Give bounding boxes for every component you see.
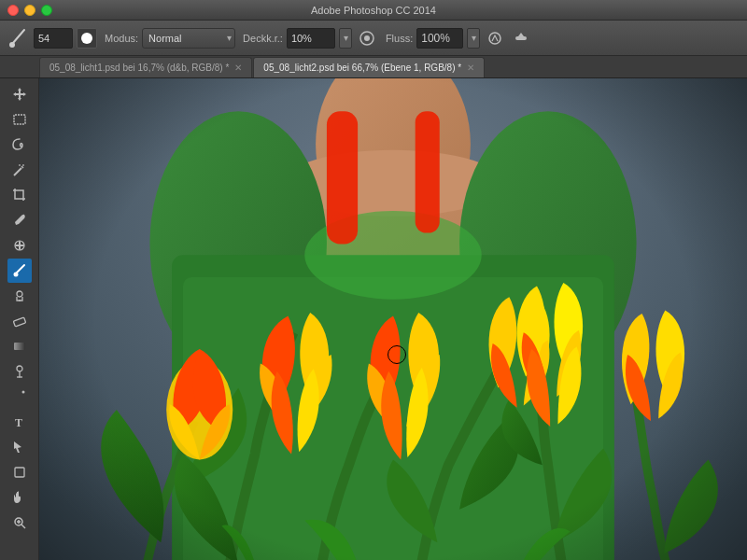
tool-lasso[interactable] (7, 133, 32, 157)
tool-marquee[interactable] (7, 107, 32, 132)
tool-path-select[interactable] (7, 435, 32, 459)
main-area: T (0, 78, 747, 560)
canvas[interactable] (39, 78, 747, 560)
svg-line-24 (21, 525, 25, 528)
svg-rect-7 (14, 115, 25, 124)
svg-point-19 (17, 366, 22, 371)
svg-line-8 (14, 168, 21, 175)
modus-select[interactable]: Normal Multiplizieren Bildschirm Überlag… (142, 28, 235, 49)
svg-point-1 (9, 42, 15, 48)
tab-licht1[interactable]: 05_08_licht1.psd bei 16,7% (d&b, RGB/8) … (39, 57, 252, 77)
tab-licht2[interactable]: 05_08_licht2.psd bei 66,7% (Ebene 1, RGB… (253, 57, 485, 77)
tab-close-licht2[interactable]: ✕ (467, 63, 474, 73)
brush-shape-preview[interactable] (77, 28, 97, 49)
tool-magic-wand[interactable] (7, 158, 32, 182)
tool-shape[interactable] (7, 460, 32, 484)
svg-text:T: T (15, 416, 22, 429)
opacity-input[interactable]: 10% (287, 28, 335, 49)
svg-point-20 (21, 391, 24, 394)
flow-select-wrap (467, 28, 480, 49)
tool-eyedropper[interactable] (7, 208, 32, 232)
tab-bar: 05_08_licht1.psd bei 16,7% (d&b, RGB/8) … (0, 56, 747, 78)
svg-marker-6 (518, 33, 524, 36)
top-toolbar: 54 Modus: Normal Multiplizieren Bildschi… (0, 21, 747, 56)
tool-healing[interactable] (7, 233, 32, 258)
flow-input[interactable]: 100% (416, 28, 463, 49)
svg-point-16 (17, 291, 22, 297)
tool-clone-stamp[interactable] (7, 284, 32, 308)
svg-rect-5 (515, 36, 527, 40)
pressure-size-icon[interactable] (510, 27, 532, 49)
svg-line-11 (21, 166, 23, 168)
tool-type[interactable]: T (7, 410, 32, 434)
svg-rect-39 (39, 78, 747, 560)
tool-dodge[interactable] (7, 359, 32, 384)
tool-move[interactable] (7, 82, 32, 106)
tool-eraser[interactable] (7, 309, 32, 333)
tool-crop[interactable] (7, 183, 32, 207)
traffic-lights (7, 5, 52, 16)
deckk-label: Deckk.r.: (243, 33, 283, 44)
svg-point-3 (364, 35, 370, 41)
pressure-opacity-icon[interactable] (484, 27, 506, 49)
tool-hand[interactable] (7, 485, 32, 510)
opacity-select-wrap (339, 28, 352, 49)
brush-size-input[interactable]: 54 (34, 28, 73, 49)
minimize-button[interactable] (24, 5, 35, 16)
tool-pen[interactable] (7, 385, 32, 409)
flow-dropdown[interactable] (467, 28, 480, 49)
svg-rect-22 (15, 468, 24, 477)
svg-line-0 (13, 30, 24, 43)
titlebar: Adobe Photoshop CC 2014 (0, 0, 747, 21)
tool-zoom[interactable] (7, 511, 32, 535)
maximize-button[interactable] (41, 5, 52, 16)
airbrush-icon[interactable] (356, 27, 378, 49)
modus-label: Modus: (105, 33, 138, 44)
tool-brush[interactable] (7, 259, 32, 283)
fluss-label: Fluss: (386, 33, 413, 44)
left-toolbar: T (0, 78, 39, 560)
svg-rect-13 (15, 245, 24, 246)
canvas-area[interactable] (39, 78, 747, 560)
tab-close-licht1[interactable]: ✕ (234, 63, 242, 73)
modus-select-wrap: Normal Multiplizieren Bildschirm Überlag… (142, 28, 235, 49)
svg-point-15 (13, 273, 18, 277)
svg-rect-17 (13, 317, 25, 327)
close-button[interactable] (7, 5, 19, 16)
opacity-dropdown[interactable] (339, 28, 352, 49)
brush-circle-icon (81, 33, 92, 44)
svg-rect-18 (14, 343, 25, 350)
tool-gradient[interactable] (7, 334, 32, 358)
app-title: Adobe Photoshop CC 2014 (311, 5, 436, 16)
brush-tool-icon (6, 26, 30, 50)
